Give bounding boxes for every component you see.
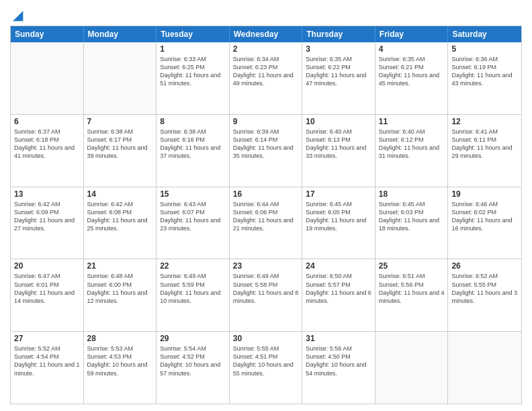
day-number: 20 (14, 261, 80, 271)
calendar-cell: 8Sunrise: 6:38 AMSunset: 6:16 PMDaylight… (157, 115, 230, 187)
day-number: 7 (87, 117, 153, 126)
calendar-cell: 16Sunrise: 6:44 AMSunset: 6:06 PMDayligh… (230, 187, 303, 259)
calendar-week-1: 1Sunrise: 6:33 AMSunset: 6:25 PMDaylight… (11, 42, 521, 114)
calendar-cell: 20Sunrise: 6:47 AMSunset: 6:01 PMDayligh… (11, 259, 84, 331)
calendar: SundayMondayTuesdayWednesdayThursdayFrid… (10, 26, 522, 404)
calendar-cell: 12Sunrise: 6:41 AMSunset: 6:11 PMDayligh… (448, 115, 521, 187)
calendar-cell: 17Sunrise: 6:45 AMSunset: 6:05 PMDayligh… (302, 187, 375, 259)
day-number: 19 (451, 189, 518, 199)
calendar-cell: 19Sunrise: 6:46 AMSunset: 6:02 PMDayligh… (448, 187, 521, 259)
cell-text: Sunrise: 6:33 AMSunset: 6:25 PMDaylight:… (160, 55, 226, 88)
day-number: 5 (451, 44, 518, 54)
day-number: 25 (379, 261, 445, 271)
calendar-week-3: 13Sunrise: 6:42 AMSunset: 6:09 PMDayligh… (11, 187, 521, 259)
day-header-saturday: Saturday (448, 26, 521, 42)
calendar-cell: 23Sunrise: 6:49 AMSunset: 5:58 PMDayligh… (230, 259, 303, 331)
calendar-cell: 11Sunrise: 6:40 AMSunset: 6:12 PMDayligh… (375, 115, 449, 187)
day-number: 14 (87, 189, 153, 199)
day-number: 29 (160, 334, 226, 343)
cell-text: Sunrise: 5:54 AMSunset: 4:52 PMDaylight:… (160, 345, 226, 377)
calendar-week-2: 6Sunrise: 6:37 AMSunset: 6:18 PMDaylight… (11, 114, 521, 187)
calendar-cell: 28Sunrise: 5:53 AMSunset: 4:53 PMDayligh… (84, 332, 157, 404)
day-header-thursday: Thursday (302, 26, 375, 42)
day-number: 8 (160, 117, 226, 126)
day-number: 26 (451, 261, 518, 271)
calendar-cell: 1Sunrise: 6:33 AMSunset: 6:25 PMDaylight… (157, 42, 230, 114)
day-number: 23 (233, 261, 299, 271)
calendar-cell: 2Sunrise: 6:34 AMSunset: 6:23 PMDaylight… (230, 42, 303, 114)
calendar-body: 1Sunrise: 6:33 AMSunset: 6:25 PMDaylight… (11, 42, 521, 404)
cell-text: Sunrise: 6:42 AMSunset: 6:09 PMDaylight:… (14, 200, 80, 233)
calendar-cell: 4Sunrise: 6:35 AMSunset: 6:21 PMDaylight… (375, 42, 449, 114)
cell-text: Sunrise: 6:38 AMSunset: 6:16 PMDaylight:… (160, 128, 226, 161)
calendar-cell: 13Sunrise: 6:42 AMSunset: 6:09 PMDayligh… (11, 187, 84, 259)
cell-text: Sunrise: 5:52 AMSunset: 4:54 PMDaylight:… (14, 345, 80, 377)
cell-text: Sunrise: 6:52 AMSunset: 5:55 PMDaylight:… (451, 272, 518, 305)
calendar-cell: 9Sunrise: 6:39 AMSunset: 6:14 PMDaylight… (230, 115, 303, 187)
day-number: 31 (306, 334, 371, 343)
calendar-cell: 22Sunrise: 6:49 AMSunset: 5:59 PMDayligh… (157, 259, 230, 331)
day-number: 4 (379, 44, 445, 54)
cell-text: Sunrise: 6:50 AMSunset: 5:57 PMDaylight:… (306, 272, 371, 305)
day-number: 24 (306, 261, 371, 271)
calendar-cell: 24Sunrise: 6:50 AMSunset: 5:57 PMDayligh… (302, 259, 375, 331)
logo: ◢ (10, 7, 23, 20)
day-number: 2 (233, 44, 299, 54)
calendar-cell: 7Sunrise: 6:38 AMSunset: 6:17 PMDaylight… (84, 115, 157, 187)
cell-text: Sunrise: 6:40 AMSunset: 6:12 PMDaylight:… (379, 128, 445, 161)
calendar-cell: 31Sunrise: 5:56 AMSunset: 4:50 PMDayligh… (302, 332, 375, 404)
cell-text: Sunrise: 6:39 AMSunset: 6:14 PMDaylight:… (233, 128, 299, 161)
day-number: 3 (306, 44, 371, 54)
day-number: 21 (87, 261, 153, 271)
day-number: 16 (233, 189, 299, 199)
cell-text: Sunrise: 6:44 AMSunset: 6:06 PMDaylight:… (233, 200, 299, 233)
cell-text: Sunrise: 6:45 AMSunset: 6:05 PMDaylight:… (306, 200, 371, 233)
day-header-monday: Monday (84, 26, 157, 42)
cell-text: Sunrise: 6:43 AMSunset: 6:07 PMDaylight:… (160, 200, 226, 233)
day-number: 27 (14, 334, 80, 343)
calendar-week-4: 20Sunrise: 6:47 AMSunset: 6:01 PMDayligh… (11, 259, 521, 331)
day-header-tuesday: Tuesday (157, 26, 230, 42)
cell-text: Sunrise: 6:42 AMSunset: 6:08 PMDaylight:… (87, 200, 153, 233)
cell-text: Sunrise: 6:48 AMSunset: 6:00 PMDaylight:… (87, 272, 153, 305)
day-number: 1 (160, 44, 226, 54)
day-header-friday: Friday (375, 26, 449, 42)
day-number: 6 (14, 117, 80, 126)
calendar-cell: 29Sunrise: 5:54 AMSunset: 4:52 PMDayligh… (157, 332, 230, 404)
calendar-cell: 25Sunrise: 6:51 AMSunset: 5:56 PMDayligh… (375, 259, 449, 331)
cell-text: Sunrise: 5:55 AMSunset: 4:51 PMDaylight:… (233, 345, 299, 377)
cell-text: Sunrise: 6:40 AMSunset: 6:13 PMDaylight:… (306, 128, 371, 161)
cell-text: Sunrise: 6:51 AMSunset: 5:56 PMDaylight:… (379, 272, 445, 305)
cell-text: Sunrise: 6:46 AMSunset: 6:02 PMDaylight:… (451, 200, 518, 233)
day-number: 22 (160, 261, 226, 271)
calendar-cell: 6Sunrise: 6:37 AMSunset: 6:18 PMDaylight… (11, 115, 84, 187)
calendar-cell: 26Sunrise: 6:52 AMSunset: 5:55 PMDayligh… (448, 259, 521, 331)
calendar-cell: 21Sunrise: 6:48 AMSunset: 6:00 PMDayligh… (84, 259, 157, 331)
calendar-cell: 14Sunrise: 6:42 AMSunset: 6:08 PMDayligh… (84, 187, 157, 259)
cell-text: Sunrise: 6:34 AMSunset: 6:23 PMDaylight:… (233, 55, 299, 88)
calendar-cell (375, 332, 449, 404)
calendar-cell (11, 42, 84, 114)
calendar-cell: 3Sunrise: 6:35 AMSunset: 6:22 PMDaylight… (302, 42, 375, 114)
cell-text: Sunrise: 6:35 AMSunset: 6:22 PMDaylight:… (306, 55, 371, 88)
day-number: 13 (14, 189, 80, 199)
day-number: 12 (451, 117, 518, 126)
day-number: 17 (306, 189, 371, 199)
cell-text: Sunrise: 6:45 AMSunset: 6:03 PMDaylight:… (379, 200, 445, 233)
calendar-cell: 10Sunrise: 6:40 AMSunset: 6:13 PMDayligh… (302, 115, 375, 187)
cell-text: Sunrise: 6:38 AMSunset: 6:17 PMDaylight:… (87, 128, 153, 161)
calendar-cell (84, 42, 157, 114)
cell-text: Sunrise: 6:47 AMSunset: 6:01 PMDaylight:… (14, 272, 80, 305)
logo-bird-icon: ◢ (13, 7, 23, 23)
cell-text: Sunrise: 5:56 AMSunset: 4:50 PMDaylight:… (306, 345, 371, 377)
page: ◢ SundayMondayTuesdayWednesdayThursdayFr… (0, 0, 532, 411)
cell-text: Sunrise: 6:41 AMSunset: 6:11 PMDaylight:… (451, 128, 518, 161)
calendar-header-row: SundayMondayTuesdayWednesdayThursdayFrid… (11, 26, 521, 42)
calendar-cell: 27Sunrise: 5:52 AMSunset: 4:54 PMDayligh… (11, 332, 84, 404)
cell-text: Sunrise: 5:53 AMSunset: 4:53 PMDaylight:… (87, 345, 153, 377)
day-number: 18 (379, 189, 445, 199)
day-number: 11 (379, 117, 445, 126)
calendar-cell: 30Sunrise: 5:55 AMSunset: 4:51 PMDayligh… (230, 332, 303, 404)
cell-text: Sunrise: 6:37 AMSunset: 6:18 PMDaylight:… (14, 128, 80, 161)
day-header-wednesday: Wednesday (230, 26, 303, 42)
